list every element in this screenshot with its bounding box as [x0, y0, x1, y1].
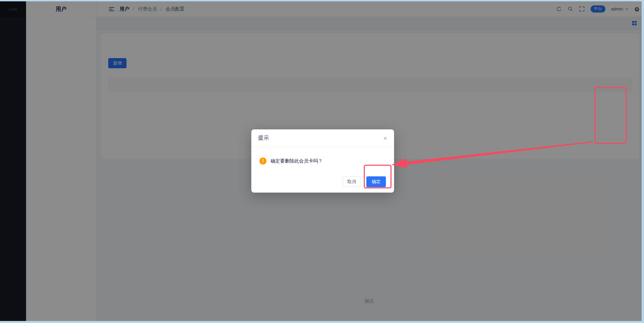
warning-icon: [259, 157, 267, 165]
dialog-title: 提示: [258, 134, 269, 142]
close-icon[interactable]: [383, 135, 387, 142]
confirm-button[interactable]: 确定: [366, 176, 386, 187]
confirm-dialog: 提示 确定要删除此会员卡吗？ 取消 确定: [251, 129, 394, 193]
cancel-button[interactable]: 取消: [343, 176, 361, 187]
app-window: crm 用户 用户 / 付费会员 / 会员配置 平台: [0, 1, 642, 321]
dialog-message: 确定要删除此会员卡吗？: [271, 158, 323, 164]
